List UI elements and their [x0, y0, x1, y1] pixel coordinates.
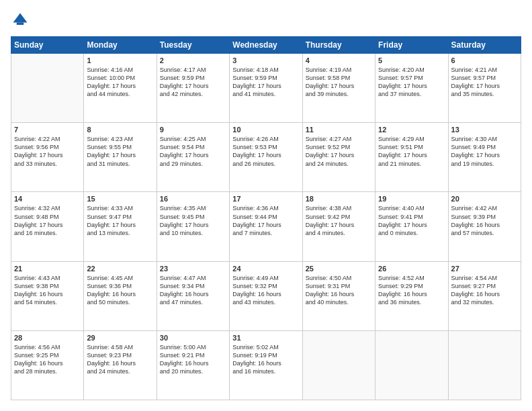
cell-info: Sunrise: 4:25 AM Sunset: 9:54 PM Dayligh…: [160, 135, 226, 168]
col-header-monday: Monday: [84, 37, 157, 54]
cell-info: Sunrise: 4:29 AM Sunset: 9:51 PM Dayligh…: [378, 135, 445, 168]
day-number: 17: [232, 195, 299, 203]
cell-info: Sunrise: 4:47 AM Sunset: 9:34 PM Dayligh…: [160, 274, 226, 307]
calendar-cell: 28Sunrise: 4:56 AM Sunset: 9:25 PM Dayli…: [11, 330, 84, 400]
logo: [11, 11, 32, 30]
calendar-cell: 4Sunrise: 4:19 AM Sunset: 9:58 PM Daylig…: [302, 54, 375, 123]
day-number: 23: [160, 265, 226, 273]
calendar-cell: 1Sunrise: 4:16 AM Sunset: 10:00 PM Dayli…: [84, 54, 157, 123]
week-row-1: 7Sunrise: 4:22 AM Sunset: 9:56 PM Daylig…: [11, 123, 521, 192]
day-number: 7: [14, 126, 81, 134]
calendar-cell: 18Sunrise: 4:38 AM Sunset: 9:42 PM Dayli…: [302, 192, 375, 261]
calendar-cell: 29Sunrise: 4:58 AM Sunset: 9:23 PM Dayli…: [84, 330, 157, 400]
col-header-wednesday: Wednesday: [230, 37, 302, 54]
day-number: 5: [378, 56, 445, 64]
calendar-cell: 16Sunrise: 4:35 AM Sunset: 9:45 PM Dayli…: [157, 192, 229, 261]
cell-info: Sunrise: 4:49 AM Sunset: 9:32 PM Dayligh…: [232, 274, 299, 307]
cell-info: Sunrise: 4:32 AM Sunset: 9:48 PM Dayligh…: [14, 204, 81, 237]
cell-info: Sunrise: 4:26 AM Sunset: 9:53 PM Dayligh…: [232, 135, 299, 168]
cell-info: Sunrise: 4:17 AM Sunset: 9:59 PM Dayligh…: [160, 66, 226, 99]
cell-info: Sunrise: 4:40 AM Sunset: 9:41 PM Dayligh…: [378, 204, 445, 237]
calendar-cell: 15Sunrise: 4:33 AM Sunset: 9:47 PM Dayli…: [84, 192, 157, 261]
cell-info: Sunrise: 4:52 AM Sunset: 9:29 PM Dayligh…: [378, 274, 445, 307]
day-number: 19: [378, 195, 445, 203]
day-number: 9: [160, 126, 226, 134]
day-number: 24: [232, 265, 299, 273]
day-number: 10: [232, 126, 299, 134]
day-number: 6: [451, 56, 518, 64]
day-number: 4: [306, 56, 372, 64]
day-number: 16: [160, 195, 226, 203]
calendar-cell: 12Sunrise: 4:29 AM Sunset: 9:51 PM Dayli…: [375, 123, 448, 192]
cell-info: Sunrise: 4:30 AM Sunset: 9:49 PM Dayligh…: [451, 135, 518, 168]
calendar-cell: 17Sunrise: 4:36 AM Sunset: 9:44 PM Dayli…: [230, 192, 302, 261]
cell-info: Sunrise: 4:21 AM Sunset: 9:57 PM Dayligh…: [451, 66, 518, 99]
calendar-cell: 26Sunrise: 4:52 AM Sunset: 9:29 PM Dayli…: [375, 261, 448, 330]
day-number: 31: [232, 334, 299, 342]
cell-info: Sunrise: 5:00 AM Sunset: 9:21 PM Dayligh…: [160, 343, 226, 376]
cell-info: Sunrise: 5:02 AM Sunset: 9:19 PM Dayligh…: [232, 343, 299, 376]
calendar-cell: 7Sunrise: 4:22 AM Sunset: 9:56 PM Daylig…: [11, 123, 84, 192]
cell-info: Sunrise: 4:43 AM Sunset: 9:38 PM Dayligh…: [14, 274, 81, 307]
col-header-tuesday: Tuesday: [157, 37, 229, 54]
calendar-header-row: SundayMondayTuesdayWednesdayThursdayFrid…: [11, 37, 521, 54]
cell-info: Sunrise: 4:27 AM Sunset: 9:52 PM Dayligh…: [306, 135, 372, 168]
cell-info: Sunrise: 4:22 AM Sunset: 9:56 PM Dayligh…: [14, 135, 81, 168]
day-number: 15: [87, 195, 153, 203]
day-number: 26: [378, 265, 445, 273]
cell-info: Sunrise: 4:23 AM Sunset: 9:55 PM Dayligh…: [87, 135, 153, 168]
week-row-3: 21Sunrise: 4:43 AM Sunset: 9:38 PM Dayli…: [11, 261, 521, 330]
cell-info: Sunrise: 4:35 AM Sunset: 9:45 PM Dayligh…: [160, 204, 226, 237]
day-number: 27: [451, 265, 518, 273]
day-number: 28: [14, 334, 81, 342]
day-number: 14: [14, 195, 81, 203]
day-number: 2: [160, 56, 226, 64]
cell-info: Sunrise: 4:20 AM Sunset: 9:57 PM Dayligh…: [378, 66, 445, 99]
col-header-friday: Friday: [375, 37, 448, 54]
calendar-cell: 27Sunrise: 4:54 AM Sunset: 9:27 PM Dayli…: [448, 261, 521, 330]
calendar-cell: 3Sunrise: 4:18 AM Sunset: 9:59 PM Daylig…: [230, 54, 302, 123]
calendar-cell: 2Sunrise: 4:17 AM Sunset: 9:59 PM Daylig…: [157, 54, 229, 123]
calendar-cell: 5Sunrise: 4:20 AM Sunset: 9:57 PM Daylig…: [375, 54, 448, 123]
calendar-cell: 13Sunrise: 4:30 AM Sunset: 9:49 PM Dayli…: [448, 123, 521, 192]
svg-marker-0: [13, 13, 28, 23]
calendar-cell: 31Sunrise: 5:02 AM Sunset: 9:19 PM Dayli…: [230, 330, 302, 400]
calendar-cell: 22Sunrise: 4:45 AM Sunset: 9:36 PM Dayli…: [84, 261, 157, 330]
svg-rect-1: [17, 23, 24, 26]
cell-info: Sunrise: 4:18 AM Sunset: 9:59 PM Dayligh…: [232, 66, 299, 99]
calendar-cell: 20Sunrise: 4:42 AM Sunset: 9:39 PM Dayli…: [448, 192, 521, 261]
logo-icon: [11, 11, 30, 30]
header: [11, 11, 521, 30]
week-row-2: 14Sunrise: 4:32 AM Sunset: 9:48 PM Dayli…: [11, 192, 521, 261]
cell-info: Sunrise: 4:54 AM Sunset: 9:27 PM Dayligh…: [451, 274, 518, 307]
day-number: 8: [87, 126, 153, 134]
col-header-sunday: Sunday: [11, 37, 84, 54]
calendar-cell: 30Sunrise: 5:00 AM Sunset: 9:21 PM Dayli…: [157, 330, 229, 400]
day-number: 1: [87, 56, 153, 64]
calendar-cell: [302, 330, 375, 400]
day-number: 22: [87, 265, 153, 273]
cell-info: Sunrise: 4:45 AM Sunset: 9:36 PM Dayligh…: [87, 274, 153, 307]
day-number: 25: [306, 265, 372, 273]
calendar-table: SundayMondayTuesdayWednesdayThursdayFrid…: [11, 36, 521, 400]
cell-info: Sunrise: 4:16 AM Sunset: 10:00 PM Daylig…: [87, 66, 153, 99]
calendar-cell: 14Sunrise: 4:32 AM Sunset: 9:48 PM Dayli…: [11, 192, 84, 261]
calendar-cell: 19Sunrise: 4:40 AM Sunset: 9:41 PM Dayli…: [375, 192, 448, 261]
col-header-thursday: Thursday: [302, 37, 375, 54]
cell-info: Sunrise: 4:36 AM Sunset: 9:44 PM Dayligh…: [232, 204, 299, 237]
cell-info: Sunrise: 4:58 AM Sunset: 9:23 PM Dayligh…: [87, 343, 153, 376]
calendar-cell: [448, 330, 521, 400]
calendar-cell: 25Sunrise: 4:50 AM Sunset: 9:31 PM Dayli…: [302, 261, 375, 330]
cell-info: Sunrise: 4:50 AM Sunset: 9:31 PM Dayligh…: [306, 274, 372, 307]
day-number: 13: [451, 126, 518, 134]
page: SundayMondayTuesdayWednesdayThursdayFrid…: [0, 0, 532, 411]
calendar-cell: 23Sunrise: 4:47 AM Sunset: 9:34 PM Dayli…: [157, 261, 229, 330]
day-number: 18: [306, 195, 372, 203]
cell-info: Sunrise: 4:56 AM Sunset: 9:25 PM Dayligh…: [14, 343, 81, 376]
cell-info: Sunrise: 4:38 AM Sunset: 9:42 PM Dayligh…: [306, 204, 372, 237]
day-number: 20: [451, 195, 518, 203]
calendar-cell: 10Sunrise: 4:26 AM Sunset: 9:53 PM Dayli…: [230, 123, 302, 192]
week-row-0: 1Sunrise: 4:16 AM Sunset: 10:00 PM Dayli…: [11, 54, 521, 123]
calendar-cell: [375, 330, 448, 400]
day-number: 12: [378, 126, 445, 134]
